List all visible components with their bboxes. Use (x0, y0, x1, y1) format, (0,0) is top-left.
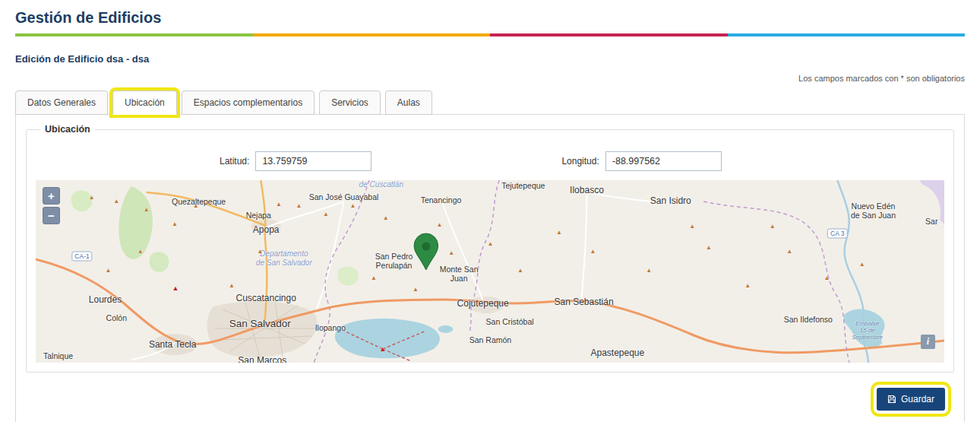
zoom-in-button[interactable]: + (43, 187, 60, 205)
latitude-input[interactable] (255, 151, 371, 171)
tab-datos-generales[interactable]: Datos Generales (15, 90, 108, 115)
latitude-group: Latitud: (220, 151, 371, 171)
fieldset-legend: Ubicación (40, 124, 95, 135)
save-icon (887, 395, 896, 404)
progress-bar (15, 33, 965, 36)
progress-bar-segment (490, 33, 728, 36)
page-subtitle: Edición de Edificio dsa - dsa (15, 53, 965, 65)
tab-espacios-complementarios[interactable]: Espacios complementarios (182, 90, 315, 115)
latitude-label: Latitud: (220, 156, 249, 167)
progress-bar-segment (253, 33, 491, 36)
road-badge: CA 3 (827, 229, 847, 239)
map[interactable]: de CuscatlánTejutepequeIlobascoSan Isidr… (36, 180, 944, 363)
road-badge: CA-1 (71, 252, 92, 262)
map-marker (414, 233, 438, 270)
zoom-out-button[interactable]: − (43, 207, 60, 224)
progress-bar-segment (15, 33, 253, 36)
tab-servicios[interactable]: Servicios (319, 90, 381, 115)
longitude-group: Longitud: (561, 151, 721, 171)
tab-content-panel: Ubicación Latitud: Longitud: (15, 114, 965, 422)
map-graphics (36, 180, 944, 363)
save-row: Guardar (26, 388, 954, 411)
required-fields-note: Los campos marcados con * son obligatori… (15, 74, 965, 83)
longitude-label: Longitud: (561, 156, 599, 167)
page-title: Gestión de Edificios (15, 0, 965, 33)
zoom-controls: + − (43, 187, 60, 224)
tab-bar: Datos GeneralesUbicaciónEspacios complem… (15, 90, 965, 114)
ubicacion-fieldset: Ubicación Latitud: Longitud: (26, 124, 954, 373)
save-button-label: Guardar (901, 394, 934, 405)
save-button[interactable]: Guardar (877, 388, 945, 411)
tab-ubicacion[interactable]: Ubicación (112, 90, 177, 115)
map-info-button[interactable]: i (921, 335, 935, 349)
coordinates-row: Latitud: Longitud: (36, 151, 944, 171)
tab-aulas[interactable]: Aulas (385, 90, 432, 115)
longitude-input[interactable] (605, 151, 722, 171)
progress-bar-segment (728, 33, 966, 36)
